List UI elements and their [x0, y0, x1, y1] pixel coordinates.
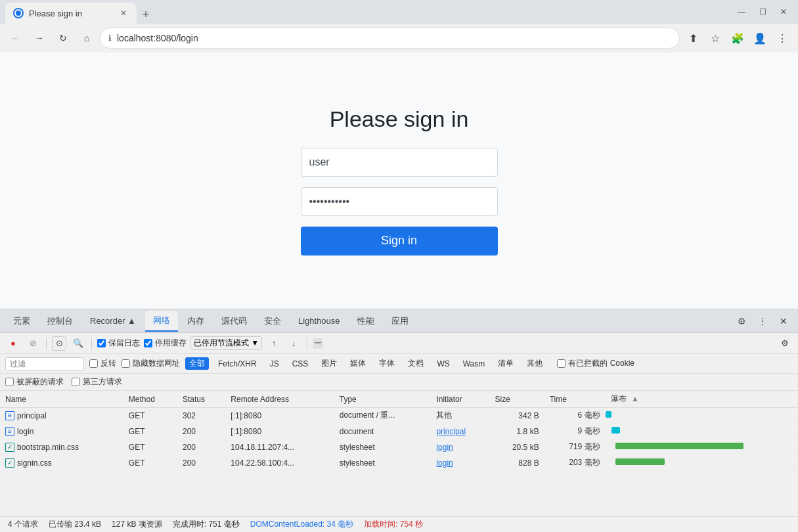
disable-cache-checkbox[interactable]: 停用缓存	[144, 338, 187, 349]
search-button[interactable]: 🔍	[70, 336, 86, 351]
page-content: Please sign in Sign in	[0, 53, 798, 309]
cell-time: 9 毫秒	[544, 424, 606, 439]
table-row[interactable]: ✓ bootstrap.min.css GET 200 104.18.11.20…	[0, 439, 798, 455]
upload-button[interactable]: ↑	[266, 336, 282, 351]
forward-button[interactable]: →	[29, 28, 50, 49]
tab-performance[interactable]: 性能	[349, 311, 382, 331]
filter-css-chip[interactable]: CSS	[288, 359, 313, 369]
initiator-link[interactable]: login	[436, 458, 453, 468]
bookmark-button[interactable]: ☆	[705, 28, 726, 49]
file-icon: ≡	[5, 427, 14, 436]
network-table: Name Method Status Remote Address Type I…	[0, 391, 798, 516]
third-party-checkbox[interactable]: 第三方请求	[72, 376, 122, 388]
divider-1	[46, 338, 47, 349]
devtools-settings-button[interactable]: ⚙	[732, 312, 751, 330]
stop-button[interactable]: ⊘	[25, 336, 41, 351]
filter-doc-chip[interactable]: 文档	[404, 357, 428, 370]
filter-toggle-button[interactable]: ⊙	[52, 336, 66, 351]
cell-status: 200	[177, 439, 225, 455]
filter-font-chip[interactable]: 字体	[375, 357, 399, 370]
blocked-cookies-checkbox[interactable]: 有已拦截的 Cookie	[557, 358, 634, 369]
cell-method: GET	[123, 408, 177, 424]
filter-media-chip[interactable]: 媒体	[346, 357, 370, 370]
tab-close-button[interactable]: ✕	[118, 8, 129, 18]
home-button[interactable]: ⌂	[76, 28, 97, 49]
initiator-link[interactable]: principal	[436, 427, 466, 436]
record-button[interactable]: ●	[5, 336, 21, 351]
cell-remote: [:1]:8080	[225, 408, 334, 424]
tab-console[interactable]: 控制台	[39, 311, 81, 331]
tab-lighthouse[interactable]: Lighthouse	[290, 312, 348, 330]
col-waterfall[interactable]: 瀑布 ▲	[606, 391, 798, 408]
username-input[interactable]	[301, 148, 498, 177]
tab-security[interactable]: 安全	[256, 311, 289, 331]
filter-manifest-chip[interactable]: 清单	[494, 357, 518, 370]
tab-recorder[interactable]: Recorder ▲	[82, 312, 144, 330]
preserve-log-checkbox[interactable]: 保留日志	[97, 338, 140, 349]
col-time[interactable]: Time	[544, 391, 606, 408]
back-button[interactable]: ←	[5, 28, 26, 49]
minimize-button[interactable]: —	[732, 3, 751, 21]
tab-favicon	[13, 8, 24, 18]
download-button[interactable]: ↓	[286, 336, 301, 351]
tab-elements[interactable]: 元素	[5, 311, 38, 331]
filter-other-chip[interactable]: 其他	[523, 357, 546, 370]
col-initiator[interactable]: Initiator	[431, 391, 489, 408]
cell-time: 719 毫秒	[544, 439, 606, 455]
invert-checkbox[interactable]: 反转	[89, 358, 116, 369]
devtools-more-button[interactable]: ⋮	[753, 312, 772, 330]
tab-memory[interactable]: 内存	[179, 311, 212, 331]
throttle-select[interactable]: 已停用节流模式 ▼	[190, 336, 262, 350]
filter-js-chip[interactable]: JS	[266, 359, 283, 369]
status-bar: 4 个请求 已传输 23.4 kB 127 kB 项资源 完成用时: 751 毫…	[0, 516, 798, 532]
devtools-close-button[interactable]: ✕	[774, 312, 793, 330]
table-row[interactable]: ✓ signin.css GET 200 104.22.58.100:4... …	[0, 455, 798, 471]
table-row[interactable]: ≡ principal GET 302 [:1]:8080 document /…	[0, 408, 798, 424]
address-bar[interactable]: ℹ localhost:8080/login	[100, 28, 680, 49]
maximize-button[interactable]: ☐	[753, 3, 772, 21]
wifi-icon[interactable]: 〰	[313, 338, 323, 349]
devtools-panel: 元素 控制台 Recorder ▲ 网络 内存 源代码 安全 Lighthous…	[0, 309, 798, 532]
cell-time: 6 毫秒	[544, 408, 606, 424]
extensions-button[interactable]: 🧩	[727, 28, 748, 49]
filter-xhr-chip[interactable]: Fetch/XHR	[214, 359, 261, 369]
hide-data-urls-checkbox[interactable]: 隐藏数据网址	[122, 358, 180, 369]
tab-application[interactable]: 应用	[384, 311, 416, 331]
filter-wasm-chip[interactable]: Wasm	[459, 359, 489, 369]
sign-in-button[interactable]: Sign in	[301, 227, 498, 255]
filter-ws-chip[interactable]: WS	[433, 359, 453, 369]
network-toolbar: ● ⊘ ⊙ 🔍 保留日志 停用缓存 已停用节流模式 ▼ ↑ ↓ 〰 ⚙	[0, 333, 798, 354]
profile-button[interactable]: 👤	[749, 28, 770, 49]
browser-toolbar: ← → ↻ ⌂ ℹ localhost:8080/login ⬆ ☆ 🧩 👤 ⋮	[0, 24, 798, 53]
password-input[interactable]	[301, 187, 498, 216]
col-remote[interactable]: Remote Address	[225, 391, 334, 408]
filter-img-chip[interactable]: 图片	[317, 357, 341, 370]
network-settings-button[interactable]: ⚙	[777, 336, 793, 351]
cell-remote: [:1]:8080	[225, 424, 334, 439]
col-method[interactable]: Method	[123, 391, 177, 408]
reload-button[interactable]: ↻	[53, 28, 74, 49]
cell-time: 203 毫秒	[544, 455, 606, 471]
blocked-requests-checkbox[interactable]: 被屏蔽的请求	[5, 376, 64, 388]
col-type[interactable]: Type	[334, 391, 432, 408]
cell-remote: 104.22.58.100:4...	[225, 455, 334, 471]
cell-waterfall	[606, 439, 798, 455]
col-size[interactable]: Size	[489, 391, 544, 408]
close-button[interactable]: ✕	[774, 3, 793, 21]
tab-sources[interactable]: 源代码	[213, 311, 255, 331]
new-tab-button[interactable]: +	[137, 5, 155, 24]
filter-input[interactable]	[5, 357, 84, 370]
filter-all-chip[interactable]: 全部	[185, 357, 209, 370]
initiator-text: 其他	[436, 410, 452, 420]
col-status[interactable]: Status	[177, 391, 225, 408]
finish-time: 完成用时: 751 毫秒	[173, 519, 240, 530]
tab-network[interactable]: 网络	[145, 311, 178, 332]
active-tab[interactable]: Please sign in ✕	[5, 3, 137, 24]
initiator-link[interactable]: login	[436, 443, 453, 452]
col-name[interactable]: Name	[0, 391, 123, 408]
share-button[interactable]: ⬆	[682, 28, 703, 49]
table-row[interactable]: ≡ login GET 200 [:1]:8080 document princ…	[0, 424, 798, 439]
file-icon: ✓	[5, 458, 14, 468]
cell-initiator: login	[431, 455, 489, 471]
menu-button[interactable]: ⋮	[772, 28, 793, 49]
